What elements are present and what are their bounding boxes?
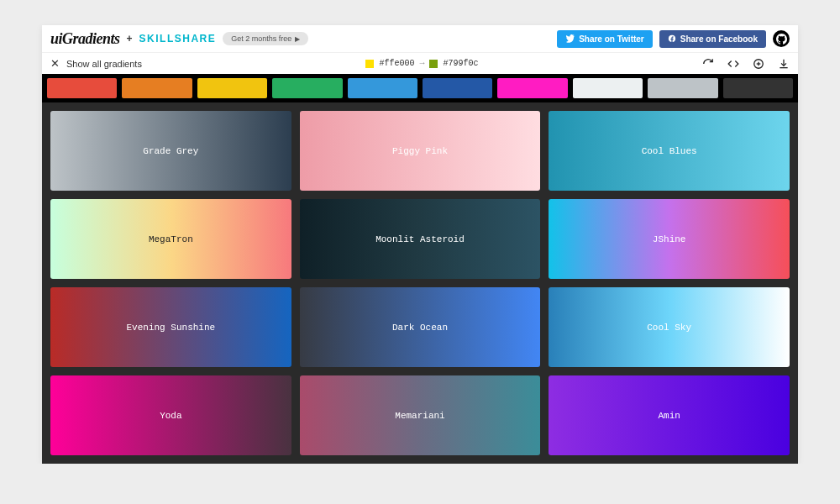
gradient-name: Moonlit Asteroid <box>375 234 465 244</box>
gradient-card[interactable]: Cool Blues <box>549 111 790 191</box>
promo-text: Get 2 months free <box>231 34 291 43</box>
gradient-name: Dark Ocean <box>392 323 448 333</box>
gradient-card[interactable]: Moonlit Asteroid <box>300 199 541 279</box>
gradient-name: Piggy Pink <box>392 146 448 156</box>
secondary-bar: ✕ Show all gradients #ffe000 → #799f0c <box>42 52 798 74</box>
gradient-card[interactable]: Piggy Pink <box>300 111 541 191</box>
gradient-card[interactable]: Dark Ocean <box>300 287 541 367</box>
palette-tile-4[interactable] <box>348 78 417 98</box>
caret-right-icon: ▶ <box>295 35 300 43</box>
palette-tile-5[interactable] <box>423 78 492 98</box>
palette-tile-3[interactable] <box>272 78 342 98</box>
palette-tile-6[interactable] <box>497 78 567 98</box>
gradient-name: JShine <box>653 234 686 244</box>
partner-label[interactable]: SKILLSHARE <box>139 33 217 45</box>
palette-tile-7[interactable] <box>573 78 643 98</box>
palette-tile-8[interactable] <box>648 78 717 98</box>
gradient-name: MegaTron <box>149 234 193 244</box>
rotate-icon[interactable] <box>702 58 714 70</box>
share-twitter-label: Share on Twitter <box>579 34 644 44</box>
brand-logo[interactable]: uiGradients <box>50 30 120 48</box>
swatch-1[interactable] <box>365 60 374 68</box>
toolbar-icons <box>702 58 790 70</box>
app-window: uiGradients + SKILLSHARE Get 2 months fr… <box>42 25 798 464</box>
code-icon[interactable] <box>727 58 739 70</box>
palette-strip <box>42 74 798 102</box>
header-bar: uiGradients + SKILLSHARE Get 2 months fr… <box>42 25 798 52</box>
gradient-card[interactable]: Evening Sunshine <box>50 287 291 367</box>
add-icon[interactable] <box>753 58 764 70</box>
plus-separator: + <box>127 33 133 45</box>
palette-tile-2[interactable] <box>197 78 267 98</box>
twitter-icon <box>565 34 575 44</box>
show-all-label[interactable]: Show all gradients <box>66 59 142 69</box>
palette-tile-0[interactable] <box>47 78 117 98</box>
gradient-name: Evening Sunshine <box>127 323 216 333</box>
facebook-icon <box>668 34 676 43</box>
hex-display: #ffe000 → #799f0c <box>365 59 478 68</box>
arrow-icon: → <box>419 59 424 68</box>
gradient-card[interactable]: Yoda <box>50 375 291 455</box>
github-icon <box>776 34 787 45</box>
download-icon[interactable] <box>778 58 790 70</box>
close-icon[interactable]: ✕ <box>50 57 60 70</box>
gradient-card[interactable]: Grade Grey <box>50 111 291 191</box>
gradient-card[interactable]: MegaTron <box>50 199 291 279</box>
promo-pill[interactable]: Get 2 months free ▶ <box>223 32 308 45</box>
gradient-name: Cool Blues <box>642 146 697 156</box>
gradient-name: Memariani <box>395 411 444 421</box>
gradient-name: Yoda <box>160 411 181 421</box>
gradient-card[interactable]: Cool Sky <box>549 287 790 367</box>
gradient-grid: Grade GreyPiggy PinkCool BluesMegaTronMo… <box>42 102 798 464</box>
share-twitter-button[interactable]: Share on Twitter <box>557 30 653 48</box>
gradient-name: Grade Grey <box>143 146 198 156</box>
swatch-2[interactable] <box>429 60 438 68</box>
share-facebook-label: Share on Facebook <box>680 34 758 44</box>
gradient-card[interactable]: Amin <box>549 375 790 455</box>
github-link[interactable] <box>773 30 790 47</box>
palette-tile-9[interactable] <box>723 78 793 98</box>
gradient-name: Cool Sky <box>647 323 691 333</box>
gradient-card[interactable]: JShine <box>549 199 790 279</box>
gradient-name: Amin <box>658 411 680 421</box>
palette-tile-1[interactable] <box>122 78 192 98</box>
hex-2[interactable]: #799f0c <box>443 59 478 68</box>
share-facebook-button[interactable]: Share on Facebook <box>659 30 766 48</box>
hex-1[interactable]: #ffe000 <box>379 59 414 68</box>
gradient-card[interactable]: Memariani <box>300 375 541 455</box>
